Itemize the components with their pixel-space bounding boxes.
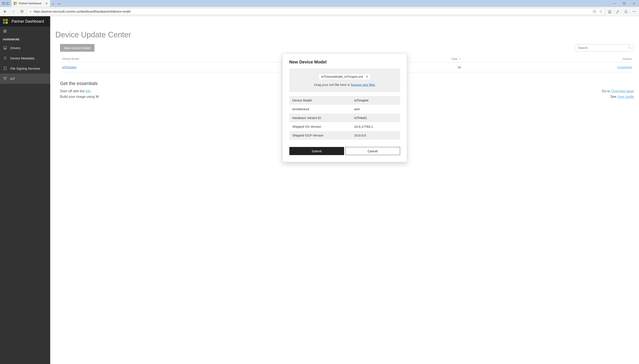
url-text: https://partner.microsoft.com/en-us/dash… xyxy=(34,10,131,13)
tab-actions-icon[interactable] xyxy=(2,2,5,5)
uploaded-file-name: IoTDeviceModel_IoTInspire.xml xyxy=(321,75,363,78)
browser-tab[interactable]: Partner Dashboard ✕ xyxy=(12,0,50,7)
window-close-button[interactable] xyxy=(629,0,639,7)
essentials-build-line: Build your image using W xyxy=(60,95,99,99)
svg-rect-19 xyxy=(3,22,5,24)
search-input[interactable] xyxy=(578,46,628,50)
drop-hint: Drag your xml file here or browse your f… xyxy=(289,83,400,86)
user-guide-link[interactable]: User guide xyxy=(617,95,634,98)
svg-rect-1 xyxy=(3,3,5,5)
sidebar-item-label: IoT xyxy=(10,77,15,80)
iot-icon xyxy=(3,77,7,80)
overview-page-link[interactable]: Overview page xyxy=(611,89,634,93)
sidebar-item-file-signing[interactable]: File Signing Services xyxy=(0,63,50,74)
svg-rect-6 xyxy=(14,4,15,5)
svg-rect-31 xyxy=(4,49,6,49)
essentials-kits-line: Start off with the kits xyxy=(60,89,91,93)
kv-row: Architecturearm xyxy=(289,105,400,114)
browser-address-bar: https://partner.microsoft.com/en-us/dash… xyxy=(0,7,639,16)
app-brand[interactable]: Partner Dashboard xyxy=(12,19,44,24)
forward-button[interactable] xyxy=(10,8,17,15)
sidebar: HARDWARE Drivers Device Metadata File Si… xyxy=(0,16,50,364)
row-model-link[interactable]: IoTInspire xyxy=(62,65,77,69)
file-signing-icon xyxy=(3,66,7,70)
svg-point-16 xyxy=(635,11,635,12)
kits-link[interactable]: kits xyxy=(86,89,91,93)
ms-logo-icon xyxy=(3,19,8,24)
new-device-model-button[interactable]: New Device Model xyxy=(60,44,95,52)
svg-point-36 xyxy=(4,77,5,78)
tab-close-icon[interactable]: ✕ xyxy=(45,2,48,5)
modal-title: New Device Model xyxy=(289,60,400,64)
kv-row: Shipped OCP Version10.0.0.0 xyxy=(289,131,400,140)
svg-point-14 xyxy=(632,11,633,12)
svg-point-37 xyxy=(6,77,7,78)
kv-row: Hardware Variant IDIoTHw01 xyxy=(289,114,400,122)
favorite-star-icon[interactable] xyxy=(599,10,603,14)
essentials-userguide-line: See User guide xyxy=(610,95,634,99)
svg-rect-7 xyxy=(16,4,17,5)
sidebar-item-device-metadata[interactable]: Device Metadata xyxy=(0,53,50,63)
new-tab-button[interactable]: ＋ xyxy=(50,1,56,7)
metadata-icon xyxy=(3,56,7,60)
sort-asc-icon xyxy=(459,58,461,60)
essentials-overview-line: Go to Overview page xyxy=(602,89,634,93)
svg-rect-2 xyxy=(7,2,9,5)
svg-rect-4 xyxy=(14,2,15,3)
submit-button[interactable]: Submit xyxy=(289,147,344,155)
search-box[interactable] xyxy=(576,44,634,52)
svg-rect-17 xyxy=(3,19,5,21)
window-maximize-button[interactable] xyxy=(619,0,629,7)
col-actions: Actions xyxy=(461,57,632,60)
refresh-button[interactable] xyxy=(18,8,26,15)
sidebar-section-label: HARDWARE xyxy=(0,36,50,43)
svg-rect-9 xyxy=(623,2,625,4)
svg-rect-35 xyxy=(4,67,6,70)
row-download-link[interactable]: Download xyxy=(617,65,632,69)
hamburger-icon[interactable] xyxy=(3,29,7,33)
svg-rect-30 xyxy=(4,46,7,48)
sidebar-item-iot[interactable]: IoT xyxy=(0,74,50,84)
kv-row: Shipped OS Version10.0.17763.1 xyxy=(289,122,400,131)
content-area: Device Update Center New Device Model De… xyxy=(50,16,639,364)
search-icon xyxy=(628,46,631,50)
window-minimize-button[interactable] xyxy=(609,0,619,7)
uploaded-file-chip: IoTDeviceModel_IoTInspire.xml ✕ xyxy=(319,74,371,80)
browser-tab-strip: Partner Dashboard ✕ ＋ xyxy=(0,0,639,7)
svg-rect-20 xyxy=(6,22,8,24)
sidebar-item-label: Device Metadata xyxy=(10,56,35,60)
svg-line-40 xyxy=(630,48,631,49)
browse-files-link[interactable]: browse your files xyxy=(351,83,375,86)
col-device-model[interactable]: Device Model xyxy=(62,57,290,60)
share-icon[interactable] xyxy=(622,8,629,15)
notes-icon[interactable] xyxy=(614,8,621,15)
cancel-button[interactable]: Cancel xyxy=(345,147,400,155)
sidebar-item-label: File Signing Services xyxy=(10,67,40,70)
reading-view-icon[interactable] xyxy=(593,10,596,14)
svg-point-15 xyxy=(634,11,634,12)
svg-point-39 xyxy=(628,46,630,48)
more-icon[interactable] xyxy=(630,8,638,15)
lock-icon xyxy=(29,10,32,13)
kv-row: Device ModelIoTInspire xyxy=(289,96,400,105)
tab-overflow-button[interactable] xyxy=(56,1,62,7)
sidebar-item-label: Drivers xyxy=(10,46,21,50)
ms-favicon xyxy=(14,2,17,5)
svg-rect-18 xyxy=(6,19,8,21)
back-button[interactable] xyxy=(1,8,9,15)
favorites-hub-icon[interactable] xyxy=(606,8,613,15)
set-aside-tabs-icon[interactable] xyxy=(7,2,10,5)
device-model-details-table: Device ModelIoTInspire Architecturearm H… xyxy=(289,96,400,140)
url-box[interactable]: https://partner.microsoft.com/en-us/dash… xyxy=(27,8,605,15)
remove-file-icon[interactable]: ✕ xyxy=(366,75,368,78)
file-drop-zone[interactable]: IoTDeviceModel_IoTInspire.xml ✕ Drag you… xyxy=(289,68,400,92)
svg-point-38 xyxy=(5,79,6,80)
tab-title: Partner Dashboard xyxy=(19,2,42,5)
svg-rect-12 xyxy=(30,11,32,12)
svg-rect-5 xyxy=(16,2,17,3)
drivers-icon xyxy=(3,46,7,50)
page-title: Device Update Center xyxy=(55,30,634,39)
new-device-model-modal: New Device Model IoTDeviceModel_IoTInspi… xyxy=(282,54,407,162)
sidebar-item-drivers[interactable]: Drivers xyxy=(0,43,50,53)
